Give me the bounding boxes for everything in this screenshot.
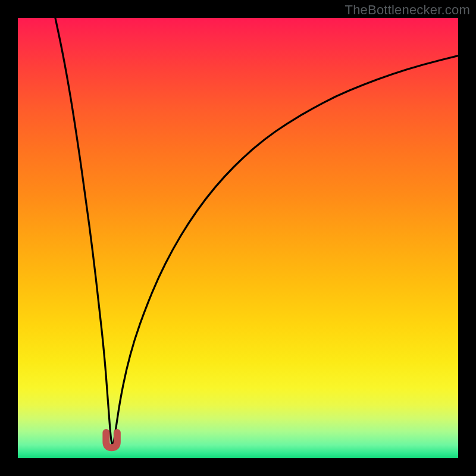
chart-svg: [18, 18, 458, 458]
bottleneck-curve: [55, 18, 458, 445]
chart-frame: TheBottlenecker.com: [0, 0, 476, 476]
watermark-text: TheBottlenecker.com: [345, 2, 470, 18]
plot-area: [18, 18, 458, 458]
